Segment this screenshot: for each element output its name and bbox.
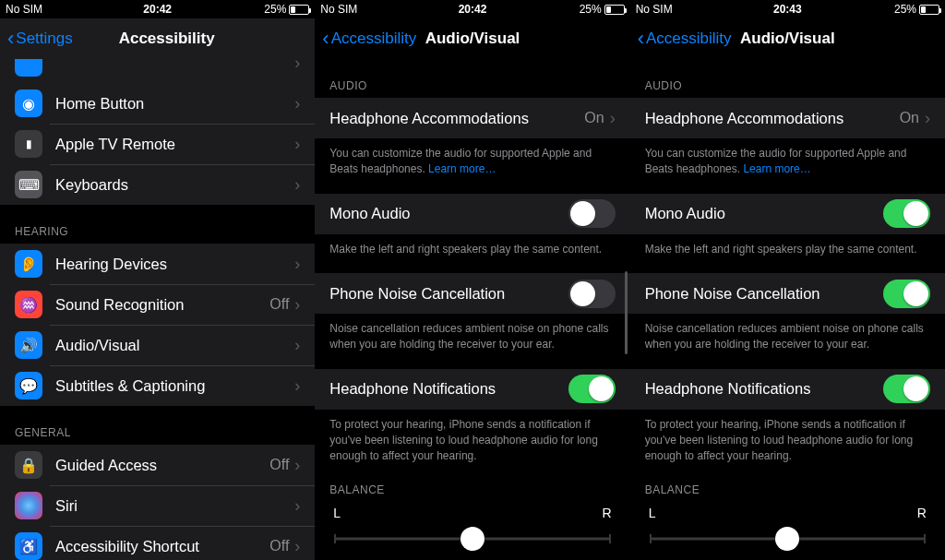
- row-subtitles[interactable]: 💬 Subtitles & Captioning ›: [0, 365, 315, 406]
- general-header: GENERAL: [0, 406, 315, 445]
- headphone-notifications-footer: To protect your hearing, iPhone sends a …: [315, 410, 629, 463]
- mono-audio-footer: Make the left and right speakers play th…: [630, 234, 945, 257]
- mono-audio-footer: Make the left and right speakers play th…: [315, 234, 629, 257]
- apple-tv-remote-icon: ▮: [15, 130, 42, 158]
- balance-header: BALANCE: [630, 463, 945, 502]
- row-hearing-devices[interactable]: 👂 Hearing Devices ›: [0, 244, 315, 284]
- battery-icon: [604, 5, 625, 15]
- status-bar: No SIM 20:42 25%: [0, 0, 315, 18]
- row-mono-audio: Mono Audio: [630, 194, 945, 234]
- value-label: Off: [269, 457, 289, 473]
- nav-header: ‹ Settings Accessibility: [0, 18, 315, 59]
- row-phone-noise-cancellation: Phone Noise Cancellation: [315, 273, 629, 314]
- balance-header: BALANCE: [315, 463, 629, 502]
- value-label: On: [900, 110, 919, 126]
- keyboard-icon: ⌨: [15, 171, 42, 198]
- nav-header: ‹ Accessibility Audio/Visual: [315, 18, 629, 59]
- row-keyboards[interactable]: ⌨ Keyboards ›: [0, 164, 315, 205]
- back-button[interactable]: ‹ Accessibility: [638, 30, 732, 48]
- phone-noise-cancellation-toggle[interactable]: [883, 280, 930, 308]
- battery-icon: [289, 5, 309, 15]
- headphone-notifications-footer: To protect your hearing, iPhone sends a …: [630, 410, 945, 463]
- row-headphone-notifications: Headphone Notifications: [315, 369, 629, 410]
- physical-group: ◉ Home Button › ▮ Apple TV Remote › ⌨ Ke…: [0, 83, 315, 205]
- row-home-button[interactable]: ◉ Home Button ›: [0, 83, 315, 124]
- balance-left-label: L: [649, 506, 656, 520]
- row-siri[interactable]: Siri ›: [0, 485, 315, 526]
- hearing-group: 👂 Hearing Devices › ♒ Sound Recognition …: [0, 244, 315, 406]
- carrier-label: No SIM: [320, 3, 422, 16]
- ear-icon: 👂: [15, 250, 42, 278]
- accessibility-icon: ♿: [15, 532, 42, 560]
- balance-footer-partial: Adjust the audio volume balance between …: [315, 552, 629, 560]
- phone-noise-cancellation-footer: Noise cancellation reduces ambient noise…: [630, 314, 945, 352]
- sound-recognition-icon: ♒: [15, 291, 42, 318]
- row-phone-noise-cancellation: Phone Noise Cancellation: [630, 273, 945, 314]
- lock-icon: 🔒: [15, 451, 42, 479]
- row-headphone-accommodations[interactable]: Headphone Accommodations On ›: [315, 98, 629, 138]
- mono-audio-toggle[interactable]: [883, 199, 930, 228]
- balance-footer-partial: Adjust the audio volume balance between …: [630, 552, 945, 560]
- learn-more-link[interactable]: Learn more…: [428, 162, 496, 175]
- hearing-header: HEARING: [0, 205, 315, 244]
- slider-thumb[interactable]: [461, 527, 484, 551]
- clock-label: 20:42: [422, 3, 523, 16]
- audio-header: AUDIO: [630, 59, 945, 98]
- battery-percent-label: 25%: [264, 3, 286, 16]
- siri-icon: [15, 492, 42, 519]
- learn-more-link[interactable]: Learn more…: [743, 162, 810, 175]
- home-icon: ◉: [15, 89, 42, 117]
- battery-percent-label: 25%: [580, 3, 602, 16]
- balance-right-label: R: [603, 506, 612, 520]
- mono-audio-toggle[interactable]: [568, 199, 616, 228]
- balance-slider[interactable]: [651, 526, 925, 552]
- back-button[interactable]: ‹ Accessibility: [322, 30, 416, 48]
- row-sound-recognition[interactable]: ♒ Sound Recognition Off ›: [0, 284, 315, 325]
- battery-icon: [919, 5, 939, 15]
- row-apple-tv-remote[interactable]: ▮ Apple TV Remote ›: [0, 124, 315, 164]
- carrier-label: No SIM: [6, 3, 107, 16]
- value-label: Off: [269, 296, 289, 313]
- row-audio-visual[interactable]: 🔊 Audio/Visual ›: [0, 325, 315, 365]
- status-bar: No SIM 20:43 25%: [630, 0, 945, 18]
- carrier-label: No SIM: [636, 3, 737, 16]
- general-group: 🔒 Guided Access Off › Siri › ♿ Accessibi…: [0, 445, 315, 560]
- phone-noise-cancellation-footer: Noise cancellation reduces ambient noise…: [315, 314, 629, 352]
- slider-thumb[interactable]: [775, 527, 799, 551]
- generic-icon: [15, 59, 42, 77]
- scrollbar-indicator: [625, 271, 628, 354]
- audio-visual-icon: 🔊: [15, 331, 42, 359]
- value-label: On: [584, 110, 604, 126]
- value-label: Off: [269, 538, 289, 554]
- headphone-notifications-toggle[interactable]: [883, 375, 930, 403]
- row-mono-audio: Mono Audio: [315, 194, 629, 234]
- nav-header: ‹ Accessibility Audio/Visual: [630, 18, 945, 59]
- row-accessibility-shortcut[interactable]: ♿ Accessibility Shortcut Off ›: [0, 526, 315, 560]
- row-guided-access[interactable]: 🔒 Guided Access Off ›: [0, 445, 315, 485]
- partial-row[interactable]: ›: [0, 59, 315, 83]
- balance-left-label: L: [333, 506, 341, 520]
- phone-noise-cancellation-toggle[interactable]: [568, 280, 616, 308]
- status-bar: No SIM 20:42 25%: [315, 0, 629, 18]
- subtitles-icon: 💬: [15, 372, 42, 399]
- balance-slider[interactable]: [335, 526, 609, 552]
- battery-percent-label: 25%: [894, 3, 916, 16]
- audio-header: AUDIO: [315, 59, 629, 98]
- clock-label: 20:42: [107, 3, 209, 16]
- headphone-accommodations-footer: You can customize the audio for supporte…: [315, 138, 629, 177]
- balance-right-label: R: [917, 506, 927, 520]
- headphone-accommodations-footer: You can customize the audio for supporte…: [630, 138, 945, 177]
- row-headphone-notifications: Headphone Notifications: [630, 369, 945, 410]
- back-button[interactable]: ‹ Settings: [7, 30, 73, 48]
- headphone-notifications-toggle[interactable]: [568, 375, 616, 403]
- row-headphone-accommodations[interactable]: Headphone Accommodations On ›: [630, 98, 945, 138]
- clock-label: 20:43: [736, 3, 838, 16]
